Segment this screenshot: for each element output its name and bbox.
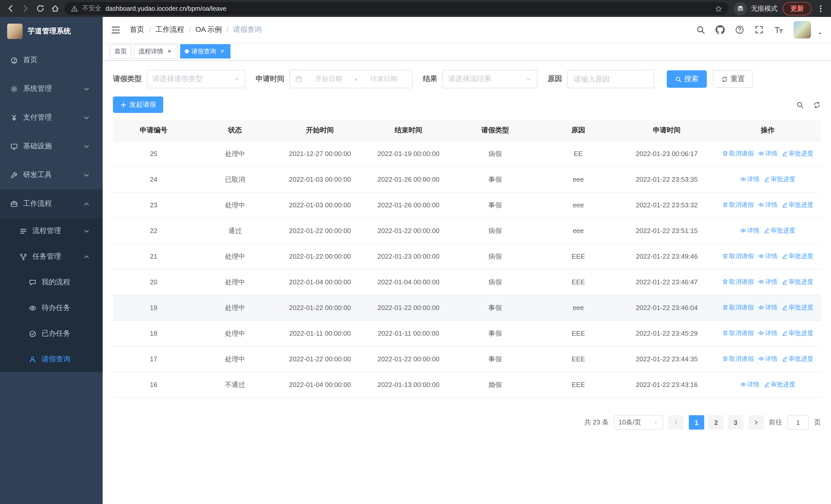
dots-vertical-icon[interactable]: [816, 4, 825, 12]
progress-action-link[interactable]: 审批进度: [764, 380, 795, 389]
next-page-button[interactable]: [748, 415, 764, 429]
star-icon[interactable]: [715, 5, 722, 12]
reset-button[interactable]: 重置: [713, 70, 753, 88]
home-icon[interactable]: [51, 4, 60, 13]
cell-actions: 取消请假详情审批进度: [715, 295, 821, 321]
progress-action-link[interactable]: 审批进度: [781, 149, 813, 158]
sidebar-item-todo-tasks[interactable]: 待办任务: [0, 295, 103, 321]
cancel-action-link[interactable]: 取消请假: [722, 303, 754, 312]
prev-page-button[interactable]: [668, 415, 684, 429]
detail-action-link[interactable]: 详情: [740, 175, 760, 184]
progress-action-link[interactable]: 审批进度: [781, 201, 813, 209]
progress-action-link[interactable]: 审批进度: [781, 303, 813, 312]
detail-action-link[interactable]: 详情: [758, 252, 777, 261]
caret-down-icon[interactable]: [817, 31, 823, 36]
cell-actions: 取消请假详情审批进度: [715, 192, 821, 218]
sidebar-item-payment[interactable]: 支付管理: [0, 103, 103, 132]
action-label: 取消请假: [729, 201, 754, 209]
cell-reason: eee: [538, 192, 619, 218]
sidebar-item-label: 支付管理: [23, 113, 80, 122]
font-size-icon[interactable]: [774, 25, 783, 34]
sidebar-item-home[interactable]: 首页: [0, 46, 103, 75]
fullscreen-icon[interactable]: [754, 25, 764, 34]
progress-action-link[interactable]: 审批进度: [781, 355, 813, 363]
close-icon[interactable]: ×: [166, 48, 173, 55]
forward-icon[interactable]: [21, 4, 30, 13]
apply-time-range-picker[interactable]: 开始日期 - 结束日期: [289, 70, 413, 88]
page-button-2[interactable]: 2: [708, 415, 724, 429]
sidebar-item-process-management[interactable]: 流程管理: [0, 218, 103, 244]
tab-home[interactable]: 首页: [110, 44, 132, 59]
cancel-action-link[interactable]: 取消请假: [722, 201, 754, 209]
sidebar-item-leave-query[interactable]: 请假查询: [0, 347, 103, 372]
detail-action-link[interactable]: 详情: [758, 329, 777, 338]
refresh-icon[interactable]: [813, 101, 821, 109]
result-select[interactable]: 请选择流结果: [442, 70, 537, 88]
question-icon[interactable]: [735, 25, 744, 34]
sidebar-item-done-tasks[interactable]: 已办任务: [0, 321, 103, 347]
tab-process-detail[interactable]: 流程详情×: [134, 44, 178, 59]
sidebar-submenu: 流程管理任务管理我的流程待办任务已办任务请假查询: [0, 218, 103, 372]
sidebar-item-dev-tools[interactable]: 研发工具: [0, 161, 103, 189]
sidebar-item-workflow[interactable]: 工作流程: [0, 189, 103, 218]
github-icon[interactable]: [716, 25, 725, 34]
page-button-1[interactable]: 1: [689, 415, 704, 429]
back-icon[interactable]: [6, 4, 15, 13]
sidebar-item-my-process[interactable]: 我的流程: [0, 269, 103, 295]
url-text[interactable]: dashboard.yudao.iocoder.cn/bpm/oa/leave: [106, 5, 711, 12]
cancel-action-link[interactable]: 取消请假: [722, 252, 754, 261]
progress-action-link[interactable]: 审批进度: [781, 252, 813, 261]
detail-action-link[interactable]: 详情: [758, 201, 777, 209]
address-bar[interactable]: 不安全 dashboard.yudao.iocoder.cn/bpm/oa/le…: [65, 2, 728, 15]
edit-icon: [781, 151, 787, 157]
app-logo[interactable]: 芋道管理系统: [0, 17, 103, 46]
page-button-3[interactable]: 3: [728, 415, 743, 429]
search-icon[interactable]: [696, 25, 705, 34]
detail-action-link[interactable]: 详情: [740, 226, 760, 235]
search-icon[interactable]: [796, 101, 804, 109]
detail-action-link[interactable]: 详情: [758, 303, 777, 312]
tab-leave-query[interactable]: 请假查询×: [180, 44, 230, 59]
breadcrumb-item[interactable]: 首页: [130, 25, 144, 34]
close-icon[interactable]: ×: [219, 48, 226, 55]
cell-status: 处理中: [194, 346, 276, 372]
sidebar-item-task-management[interactable]: 任务管理: [0, 244, 103, 269]
update-button[interactable]: 更新: [783, 2, 811, 15]
briefcase-icon: [10, 200, 18, 208]
progress-action-link[interactable]: 审批进度: [781, 278, 813, 287]
security-label[interactable]: 不安全: [82, 4, 102, 13]
reload-icon[interactable]: [36, 4, 45, 13]
detail-action-link[interactable]: 详情: [758, 355, 777, 363]
goto-page-input[interactable]: [787, 415, 809, 429]
create-leave-button[interactable]: 发起请假: [113, 96, 163, 113]
cell-reason: EEE: [538, 243, 619, 269]
leave-type-label: 请假类型: [113, 75, 142, 84]
screen: 不安全 dashboard.yudao.iocoder.cn/bpm/oa/le…: [0, 0, 831, 504]
sidebar-item-infrastructure[interactable]: 基础设施: [0, 132, 103, 161]
progress-action-link[interactable]: 审批进度: [781, 329, 813, 338]
leave-type-select[interactable]: 请选择请假类型: [147, 70, 245, 88]
action-label: 详情: [765, 252, 777, 261]
cancel-action-link[interactable]: 取消请假: [722, 278, 754, 287]
user-avatar[interactable]: [794, 21, 811, 38]
app-title: 芋道管理系统: [28, 27, 71, 36]
detail-action-link[interactable]: 详情: [740, 380, 760, 389]
cancel-action-link[interactable]: 取消请假: [722, 149, 754, 158]
breadcrumb-item[interactable]: OA 示例: [196, 25, 222, 34]
cancel-action-link[interactable]: 取消请假: [722, 355, 754, 363]
progress-action-link[interactable]: 审批进度: [764, 226, 795, 235]
cell-actions: 详情审批进度: [715, 167, 821, 192]
cancel-action-link[interactable]: 取消请假: [722, 329, 754, 338]
breadcrumb-item[interactable]: 工作流程: [155, 25, 184, 34]
sidebar-item-system[interactable]: 系统管理: [0, 75, 103, 103]
hamburger-icon[interactable]: [111, 25, 121, 35]
reason-input[interactable]: [567, 70, 654, 88]
search-button[interactable]: 搜索: [667, 70, 707, 88]
leave-table: 申请编号状态开始时间结束时间请假类型原因申请时间操作 25处理中2021-12-…: [113, 120, 821, 398]
action-label: 取消请假: [729, 329, 754, 338]
progress-action-link[interactable]: 审批进度: [764, 175, 795, 184]
detail-action-link[interactable]: 详情: [758, 149, 777, 158]
page-size-select[interactable]: 10条/页: [614, 415, 663, 429]
detail-action-link[interactable]: 详情: [758, 278, 777, 287]
sidebar-item-label: 工作流程: [23, 199, 80, 208]
